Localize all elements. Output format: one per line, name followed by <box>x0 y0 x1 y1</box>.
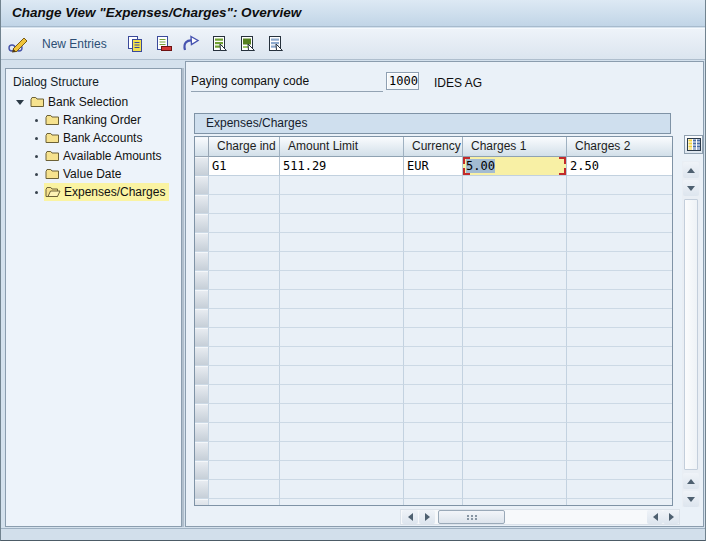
table-cell-empty[interactable] <box>209 309 280 328</box>
table-cell-empty[interactable] <box>404 252 463 271</box>
table-cell-empty[interactable] <box>280 233 404 252</box>
row-selector[interactable] <box>195 157 209 176</box>
table-cell-empty[interactable] <box>463 309 567 328</box>
select-all-icon[interactable] <box>208 34 230 54</box>
table-cell-empty[interactable] <box>280 309 404 328</box>
scroll-up-button[interactable] <box>683 162 699 178</box>
new-entries-button[interactable]: New Entries <box>38 35 111 53</box>
horizontal-scrollbar[interactable] <box>400 509 680 525</box>
column-header-charges-1[interactable]: Charges 1 <box>463 137 567 157</box>
row-selector[interactable] <box>195 328 209 347</box>
table-cell-empty[interactable] <box>280 214 404 233</box>
table-cell-empty[interactable] <box>280 176 404 195</box>
table-cell-empty[interactable] <box>463 214 567 233</box>
table-cell-empty[interactable] <box>404 328 463 347</box>
table-cell-empty[interactable] <box>209 442 280 461</box>
row-selector[interactable] <box>195 461 209 480</box>
table-cell-empty[interactable] <box>567 233 672 252</box>
table-settings-button[interactable] <box>684 135 703 154</box>
select-block-icon[interactable] <box>236 34 258 54</box>
table-cell-empty[interactable] <box>463 461 567 480</box>
table-cell-empty[interactable] <box>209 214 280 233</box>
row-selector[interactable] <box>195 214 209 233</box>
table-cell-empty[interactable] <box>404 442 463 461</box>
table-cell-empty[interactable] <box>463 442 567 461</box>
column-header-charges-2[interactable]: Charges 2 <box>567 137 672 157</box>
table-cell-empty[interactable] <box>209 271 280 290</box>
table-cell-empty[interactable] <box>463 195 567 214</box>
tree-node-bank-accounts[interactable]: Bank Accounts <box>6 129 181 147</box>
tree-node-selected[interactable]: Expenses/Charges <box>44 183 169 201</box>
table-cell-empty[interactable] <box>404 290 463 309</box>
table-cell-empty[interactable] <box>463 385 567 404</box>
table-cell-empty[interactable] <box>280 290 404 309</box>
scroll-up-button-bottom[interactable] <box>683 473 699 489</box>
table-cell-empty[interactable] <box>209 233 280 252</box>
table-cell-empty[interactable] <box>209 499 280 506</box>
cell-amount-limit[interactable]: 511.29 <box>280 157 404 176</box>
scroll-down-button[interactable] <box>683 180 699 196</box>
table-cell-empty[interactable] <box>404 461 463 480</box>
table-cell-empty[interactable] <box>567 347 672 366</box>
scroll-down-button-bottom[interactable] <box>683 491 699 507</box>
copy-icon[interactable] <box>124 34 146 54</box>
delete-icon[interactable] <box>152 34 174 54</box>
cell-charges-1-focused[interactable]: 5.00 <box>463 157 567 176</box>
table-cell-empty[interactable] <box>280 423 404 442</box>
table-cell-empty[interactable] <box>280 252 404 271</box>
column-header-amount-limit[interactable]: Amount Limit <box>280 137 404 157</box>
table-cell-empty[interactable] <box>567 290 672 309</box>
table-cell-empty[interactable] <box>463 252 567 271</box>
table-cell-empty[interactable] <box>463 423 567 442</box>
table-cell-empty[interactable] <box>463 290 567 309</box>
table-cell-empty[interactable] <box>280 195 404 214</box>
table-cell-empty[interactable] <box>567 176 672 195</box>
row-selector[interactable] <box>195 442 209 461</box>
row-selector[interactable] <box>195 233 209 252</box>
table-cell-empty[interactable] <box>567 442 672 461</box>
table-cell-empty[interactable] <box>567 214 672 233</box>
table-cell-empty[interactable] <box>209 423 280 442</box>
table-cell-empty[interactable] <box>404 195 463 214</box>
table-cell-empty[interactable] <box>280 385 404 404</box>
table-cell-empty[interactable] <box>280 271 404 290</box>
tree-node-value-date[interactable]: Value Date <box>6 165 181 183</box>
table-cell-empty[interactable] <box>404 385 463 404</box>
display-change-icon[interactable] <box>7 34 29 54</box>
tree-node-available-amounts[interactable]: Available Amounts <box>6 147 181 165</box>
vertical-scrollbar[interactable] <box>682 161 700 507</box>
table-cell-empty[interactable] <box>567 423 672 442</box>
table-cell-empty[interactable] <box>463 347 567 366</box>
select-all-column-header[interactable] <box>195 137 209 157</box>
column-header-charge-ind[interactable]: Charge ind <box>209 137 280 157</box>
table-cell-empty[interactable] <box>209 195 280 214</box>
table-cell-empty[interactable] <box>404 423 463 442</box>
table-cell-empty[interactable] <box>280 328 404 347</box>
table-cell-empty[interactable] <box>463 176 567 195</box>
table-cell-empty[interactable] <box>567 328 672 347</box>
table-cell-empty[interactable] <box>567 461 672 480</box>
table-cell-empty[interactable] <box>404 404 463 423</box>
row-selector[interactable] <box>195 271 209 290</box>
table-cell-empty[interactable] <box>404 366 463 385</box>
row-selector[interactable] <box>195 176 209 195</box>
table-cell-empty[interactable] <box>209 480 280 499</box>
table-cell-empty[interactable] <box>463 499 567 506</box>
table-cell-empty[interactable] <box>209 290 280 309</box>
table-cell-empty[interactable] <box>280 347 404 366</box>
deselect-all-icon[interactable] <box>264 34 286 54</box>
table-cell-empty[interactable] <box>567 499 672 506</box>
cell-charge-ind[interactable]: G1 <box>209 157 280 176</box>
table-cell-empty[interactable] <box>404 309 463 328</box>
table-cell-empty[interactable] <box>404 271 463 290</box>
row-selector[interactable] <box>195 480 209 499</box>
table-cell-empty[interactable] <box>567 480 672 499</box>
undo-icon[interactable] <box>180 34 202 54</box>
table-cell-empty[interactable] <box>404 480 463 499</box>
table-cell-empty[interactable] <box>209 176 280 195</box>
table-cell-empty[interactable] <box>209 347 280 366</box>
table-cell-empty[interactable] <box>404 233 463 252</box>
table-cell-empty[interactable] <box>567 404 672 423</box>
table-cell-empty[interactable] <box>567 385 672 404</box>
cell-currency[interactable]: EUR <box>404 157 463 176</box>
